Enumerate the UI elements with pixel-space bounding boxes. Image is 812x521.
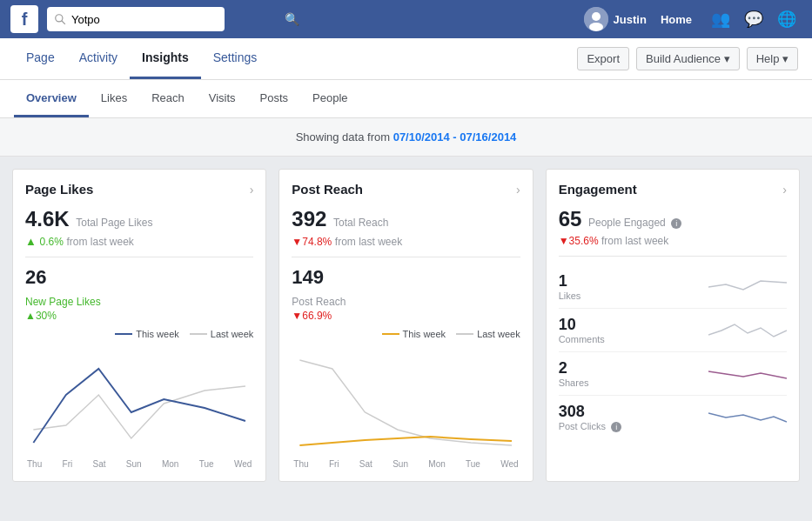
home-link[interactable]: Home [655, 10, 697, 30]
people-change-label: from last week [601, 235, 668, 247]
data-notice-text: Showing data from [296, 130, 393, 144]
page-navigation: Page Activity Insights Settings Export B… [0, 38, 812, 80]
legend-last-week: Last week [190, 329, 254, 339]
search-input[interactable] [47, 7, 225, 31]
post-reach-legend: This week Last week [292, 329, 520, 339]
facebook-logo: f [10, 5, 38, 33]
nav-page[interactable]: Page [14, 38, 67, 79]
tab-visits[interactable]: Visits [197, 81, 248, 117]
eng-postclicks-row: 308 Post Clicks i [559, 396, 787, 439]
page-likes-legend: This week Last week [25, 329, 253, 339]
legend-this-label: This week [136, 329, 179, 339]
post-legend-this: This week [403, 329, 446, 339]
svg-point-2 [589, 23, 603, 31]
data-notice-bar: Showing data from 07/10/2014 - 07/16/201… [0, 118, 812, 157]
pr-x-thu: Thu [293, 459, 308, 469]
total-likes-num: 4.6K [25, 207, 70, 230]
tab-people[interactable]: People [300, 81, 359, 117]
last-week-line [190, 333, 207, 335]
tab-reach[interactable]: Reach [139, 81, 197, 117]
total-likes-row: 4.6K Total Page Likes [25, 207, 253, 231]
change-label: from last week [66, 236, 133, 248]
globe-icon[interactable]: 🌐 [772, 6, 802, 32]
tab-posts[interactable]: Posts [248, 81, 301, 117]
eng-likes-num: 1 [559, 272, 708, 291]
pr-x-wed: Wed [500, 459, 518, 469]
search-icon: 🔍 [285, 12, 299, 26]
x-label-mon: Mon [162, 459, 178, 469]
this-week-orange-line [382, 333, 399, 335]
export-button[interactable]: Export [577, 47, 629, 70]
people-engaged-info[interactable]: i [671, 218, 681, 229]
people-engaged-num: 65 [559, 207, 582, 230]
post-clicks-info[interactable]: i [611, 422, 621, 432]
reach-change-pct: ▼74.8% [292, 236, 332, 248]
avatar [584, 7, 608, 31]
post-reach-header: Post Reach › [292, 182, 520, 197]
help-button[interactable]: Help ▾ [747, 47, 798, 70]
pr-x-sun: Sun [393, 459, 408, 469]
engagement-arrow[interactable]: › [782, 183, 787, 197]
reach-change-label: from last week [335, 236, 402, 248]
engagement-header: Engagement › [559, 182, 787, 197]
pr-x-mon: Mon [428, 459, 445, 469]
engagement-card: Engagement › 65 People Engaged i ▼35.6% … [546, 169, 800, 482]
tab-likes[interactable]: Likes [89, 81, 139, 117]
post-reach-num: 149 [292, 266, 324, 288]
page-likes-arrow[interactable]: › [250, 183, 254, 197]
eng-shares-row: 2 Shares [559, 352, 787, 396]
engagement-title: Engagement [559, 182, 637, 197]
pr-x-sat: Sat [359, 459, 372, 469]
eng-shares-left: 2 Shares [559, 359, 708, 388]
new-likes-label: New Page Likes [25, 296, 253, 308]
x-label-tue: Tue [199, 459, 214, 469]
post-change: ▼66.9% [292, 310, 520, 322]
friends-icon[interactable]: 👥 [706, 6, 735, 32]
total-reach-row: 392 Total Reach [292, 207, 520, 231]
x-label-thu: Thu [27, 459, 42, 469]
eng-postclicks-num: 308 [559, 403, 708, 421]
main-content: Page Likes › 4.6K Total Page Likes ▲ 0.6… [0, 157, 812, 494]
page-nav-left: Page Activity Insights Settings [14, 38, 577, 79]
eng-comments-num: 10 [559, 316, 708, 334]
data-date-range: 07/10/2014 - 07/16/2014 [393, 130, 517, 144]
eng-comments-left: 10 Comments [559, 316, 708, 344]
eng-comments-chart [708, 317, 787, 344]
post-reach-sub-row: 149 [292, 266, 520, 289]
total-reach-num: 392 [292, 207, 326, 230]
x-label-sat: Sat [93, 459, 106, 469]
eng-likes-row: 1 Likes [559, 265, 787, 309]
page-likes-x-labels: Thu Fri Sat Sun Mon Tue Wed [25, 459, 253, 469]
total-reach-change: ▼74.8% from last week [292, 235, 520, 248]
nav-activity[interactable]: Activity [67, 38, 130, 79]
eng-comments-row: 10 Comments [559, 309, 787, 352]
people-engaged-label: People Engaged [588, 217, 666, 229]
page-likes-header: Page Likes › [25, 182, 253, 197]
new-change: ▲30% [25, 310, 253, 322]
people-engaged-row: 65 People Engaged i [559, 207, 787, 231]
post-reach-chart [292, 343, 520, 456]
legend-this-orange: This week [382, 329, 446, 339]
eng-shares-label: Shares [559, 377, 708, 388]
build-audience-button[interactable]: Build Audience ▾ [636, 47, 740, 70]
page-likes-card: Page Likes › 4.6K Total Page Likes ▲ 0.6… [12, 169, 266, 482]
tab-overview[interactable]: Overview [14, 81, 89, 117]
pr-x-tue: Tue [466, 459, 480, 469]
nav-settings[interactable]: Settings [201, 38, 270, 79]
change-pct: 0.6% [40, 236, 64, 248]
messages-icon[interactable]: 💬 [739, 6, 768, 32]
post-reach-title: Post Reach [292, 182, 363, 197]
legend-last-label: Last week [211, 329, 254, 339]
legend-last-gray: Last week [456, 329, 520, 339]
legend-this-week: This week [115, 329, 179, 339]
new-likes-row: 26 [25, 266, 253, 289]
this-week-line [115, 333, 132, 335]
post-reach-x-labels: Thu Fri Sat Sun Mon Tue Wed [292, 459, 520, 469]
nav-insights[interactable]: Insights [130, 38, 201, 79]
post-reach-arrow[interactable]: › [516, 183, 520, 197]
username-label: Justin [614, 13, 647, 26]
eng-shares-num: 2 [559, 359, 708, 377]
post-reach-label: Post Reach [292, 296, 520, 308]
eng-postclicks-label-text: Post Clicks [559, 421, 606, 431]
top-navigation: f 🔍 Justin Home 👥 💬 🌐 [0, 0, 812, 38]
